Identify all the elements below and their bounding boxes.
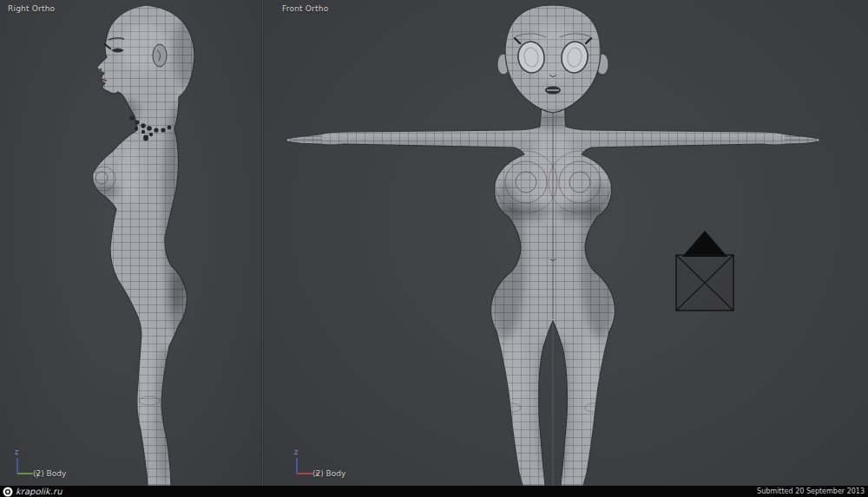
watermark-logo-icon [3, 487, 13, 497]
axis-gizmo: x z [286, 444, 326, 484]
viewport-front-ortho[interactable]: Front Ortho x z (2) Body [264, 0, 868, 486]
model-front-view[interactable] [264, 0, 868, 486]
axis-gizmo: y z [7, 444, 47, 484]
active-object-label: (2) Body [312, 469, 345, 478]
front-figure[interactable] [278, 0, 833, 486]
view-name-label: Front Ortho [282, 4, 328, 13]
view-name-label: Right Ortho [8, 4, 55, 13]
submitted-date-label: Submitted 20 September 2013 [757, 486, 868, 497]
watermark-text: krapolik.ru [16, 486, 62, 497]
active-object-label: (2) Body [33, 469, 66, 478]
side-figure[interactable] [78, 0, 208, 486]
scene-object-marker[interactable] [676, 231, 733, 311]
blender-window: Right Ortho y z (2) Body [0, 0, 868, 497]
axis-vertical-label: z [15, 448, 18, 456]
viewport-right-ortho[interactable]: Right Ortho y z (2) Body [0, 0, 262, 486]
watermark: krapolik.ru [0, 486, 62, 497]
axis-vertical-label: z [294, 448, 298, 456]
model-side-view[interactable] [0, 0, 261, 486]
footer-bar: krapolik.ru Submitted 20 September 2013 [0, 486, 868, 497]
